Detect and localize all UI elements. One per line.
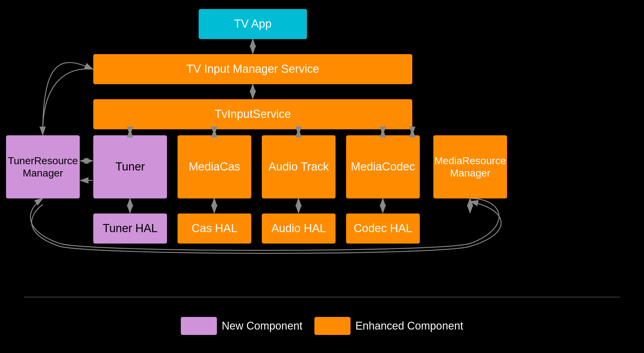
legend-enhanced-component-box bbox=[314, 317, 351, 335]
media-cas-box: MediaCas bbox=[178, 135, 251, 198]
codec-hal-box: Codec HAL bbox=[346, 213, 420, 244]
legend-divider bbox=[24, 297, 620, 297]
media-codec-box: MediaCodec bbox=[346, 135, 420, 198]
cas-hal-box: Cas HAL bbox=[178, 213, 251, 244]
tuner-resource-manager-box: TunerResourceManager bbox=[6, 135, 80, 198]
tuner-box: Tuner bbox=[93, 135, 167, 198]
tv-input-service-box: TvInputService bbox=[93, 99, 412, 129]
legend-container: New Component Enhanced Component bbox=[181, 317, 463, 335]
media-resource-manager-box: MediaResourceManager bbox=[433, 135, 507, 198]
diagram-container: TV App TV Input Manager Service TvInputS… bbox=[0, 0, 644, 353]
tuner-hal-box: Tuner HAL bbox=[93, 213, 167, 244]
legend-new-component-label: New Component bbox=[222, 320, 302, 332]
audio-track-box: Audio Track bbox=[262, 135, 336, 198]
audio-hal-box: Audio HAL bbox=[262, 213, 336, 244]
tv-input-manager-box: TV Input Manager Service bbox=[93, 54, 412, 84]
legend-new-component: New Component bbox=[181, 317, 302, 335]
tv-app-box: TV App bbox=[199, 9, 307, 39]
legend-enhanced-component-label: Enhanced Component bbox=[355, 320, 463, 332]
legend-new-component-box bbox=[181, 317, 217, 335]
legend-enhanced-component: Enhanced Component bbox=[314, 317, 463, 335]
